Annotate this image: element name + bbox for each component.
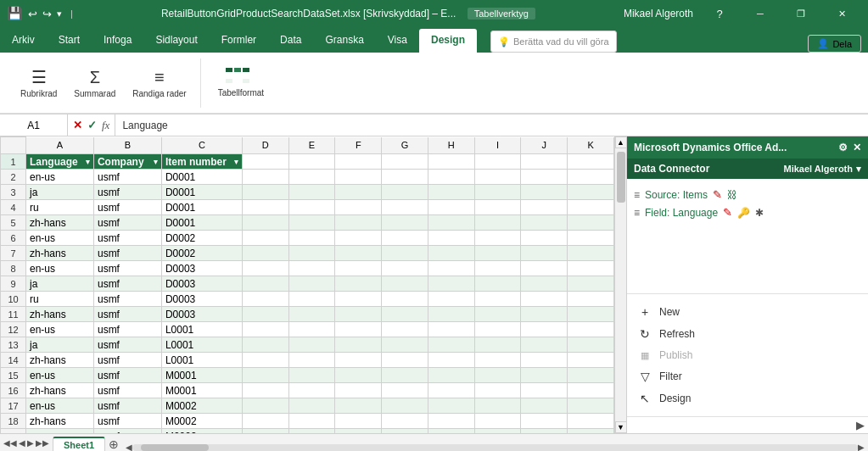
cell-c5[interactable]: D0001 bbox=[161, 215, 242, 231]
cell-b2[interactable]: usmf bbox=[93, 170, 161, 185]
cell-empty-18-7[interactable] bbox=[568, 414, 614, 429]
cell-empty-13-4[interactable] bbox=[428, 337, 474, 353]
restore-btn[interactable]: ❐ bbox=[781, 0, 820, 27]
tab-arkiv[interactable]: Arkiv bbox=[0, 29, 47, 53]
col-header-f[interactable]: F bbox=[335, 137, 382, 154]
scroll-down-arrow[interactable]: ▼ bbox=[615, 421, 627, 433]
cell-b5[interactable]: usmf bbox=[93, 215, 161, 231]
col-header-c[interactable]: C bbox=[161, 137, 242, 154]
cell-a11[interactable]: zh-hans bbox=[26, 307, 94, 322]
cell-empty-5-1[interactable] bbox=[288, 215, 335, 231]
action-filter[interactable]: ▽ Filter bbox=[634, 365, 861, 387]
panel-item-source[interactable]: ≡ Source: Items ✎ ⛓ bbox=[634, 186, 861, 203]
cell-empty-4-1[interactable] bbox=[288, 200, 335, 215]
banded-rows-btn[interactable]: ≡ Randiga rader bbox=[126, 58, 193, 108]
cell-empty-5-7[interactable] bbox=[568, 215, 614, 231]
cell-empty-8-5[interactable] bbox=[474, 261, 521, 276]
cell-empty-14-6[interactable] bbox=[521, 353, 568, 368]
cell-empty-10-6[interactable] bbox=[521, 292, 568, 307]
tab-sidlayout[interactable]: Sidlayout bbox=[143, 29, 209, 53]
cell-empty-10-1[interactable] bbox=[288, 292, 335, 307]
cell-empty-15-7[interactable] bbox=[568, 368, 614, 383]
cell-empty-15-1[interactable] bbox=[288, 368, 335, 383]
cell-empty-14-0[interactable] bbox=[242, 353, 288, 368]
cell-c9[interactable]: D0003 bbox=[161, 276, 242, 292]
cell-empty-3-3[interactable] bbox=[382, 185, 428, 200]
cell-c16[interactable]: M0001 bbox=[161, 383, 242, 398]
cell-b17[interactable]: usmf bbox=[93, 398, 161, 414]
cell-empty-12-0[interactable] bbox=[242, 322, 288, 337]
cell-empty-10-0[interactable] bbox=[242, 292, 288, 307]
cell-empty-9-7[interactable] bbox=[568, 276, 614, 292]
cell-a16[interactable]: zh-hans bbox=[26, 383, 94, 398]
cell-empty-2-3[interactable] bbox=[382, 170, 428, 185]
cell-a17[interactable]: en-us bbox=[26, 398, 94, 414]
cell-b8[interactable]: usmf bbox=[93, 261, 161, 276]
cell-c18[interactable]: M0002 bbox=[161, 414, 242, 429]
cell-empty-19-0[interactable] bbox=[242, 429, 288, 434]
cell-c13[interactable]: L0001 bbox=[161, 337, 242, 353]
scroll-thumb[interactable] bbox=[617, 152, 625, 203]
cell-b4[interactable]: usmf bbox=[93, 200, 161, 215]
cell-b15[interactable]: usmf bbox=[93, 368, 161, 383]
tab-scroll-right[interactable]: ▶▶ bbox=[36, 438, 49, 448]
cell-empty-6-1[interactable] bbox=[288, 231, 335, 246]
cell-empty-8-6[interactable] bbox=[521, 261, 568, 276]
cell-empty-2-5[interactable] bbox=[474, 170, 521, 185]
cell-empty-7-6[interactable] bbox=[521, 246, 568, 261]
source-link-icon[interactable]: ⛓ bbox=[727, 189, 737, 201]
cell-empty-3-4[interactable] bbox=[428, 185, 474, 200]
cell-empty-14-7[interactable] bbox=[568, 353, 614, 368]
cell-empty-19-3[interactable] bbox=[382, 429, 428, 434]
cell-c7[interactable]: D0002 bbox=[161, 246, 242, 261]
cell-empty-17-3[interactable] bbox=[382, 398, 428, 414]
add-sheet-btn[interactable]: ⊕ bbox=[105, 437, 122, 451]
cell-empty-13-1[interactable] bbox=[288, 337, 335, 353]
cell-empty-16-1[interactable] bbox=[288, 383, 335, 398]
cell-empty-3-5[interactable] bbox=[474, 185, 521, 200]
cell-empty-11-5[interactable] bbox=[474, 307, 521, 322]
cell-empty-6-0[interactable] bbox=[242, 231, 288, 246]
cell-c11[interactable]: D0003 bbox=[161, 307, 242, 322]
cell-empty-8-3[interactable] bbox=[382, 261, 428, 276]
spreadsheet-scroll[interactable]: A B C D E F G H I J K 1Language▾Company▾… bbox=[0, 136, 614, 433]
cell-empty-2-1[interactable] bbox=[288, 170, 335, 185]
tab-scroll-next[interactable]: ▶ bbox=[27, 438, 34, 448]
cell-empty-12-4[interactable] bbox=[428, 322, 474, 337]
cell-empty-18-0[interactable] bbox=[242, 414, 288, 429]
cell-b14[interactable]: usmf bbox=[93, 353, 161, 368]
cell-empty-13-6[interactable] bbox=[521, 337, 568, 353]
cell-a19[interactable]: en-us bbox=[26, 429, 94, 434]
cell-empty-5-4[interactable] bbox=[428, 215, 474, 231]
close-btn[interactable]: ✕ bbox=[822, 0, 861, 27]
cell-empty-18-4[interactable] bbox=[428, 414, 474, 429]
action-new[interactable]: + New bbox=[634, 301, 861, 323]
cell-empty-3-1[interactable] bbox=[288, 185, 335, 200]
cell-b11[interactable]: usmf bbox=[93, 307, 161, 322]
cell-empty-8-1[interactable] bbox=[288, 261, 335, 276]
h-scroll-left-btn[interactable]: ◀ bbox=[126, 443, 132, 451]
tab-data[interactable]: Data bbox=[268, 29, 313, 53]
tell-me-input[interactable]: 💡 Berätta vad du vill göra bbox=[490, 31, 617, 53]
cell-empty-18-6[interactable] bbox=[521, 414, 568, 429]
cell-empty-5-0[interactable] bbox=[242, 215, 288, 231]
cell-a6[interactable]: en-us bbox=[26, 231, 94, 246]
cell-empty-1-7[interactable] bbox=[568, 154, 614, 170]
cell-empty-2-0[interactable] bbox=[242, 170, 288, 185]
cell-empty-15-0[interactable] bbox=[242, 368, 288, 383]
cell-empty-11-6[interactable] bbox=[521, 307, 568, 322]
tab-scroll-left[interactable]: ◀◀ bbox=[3, 438, 17, 448]
cell-empty-13-3[interactable] bbox=[382, 337, 428, 353]
tab-visa[interactable]: Visa bbox=[376, 29, 419, 53]
cell-empty-13-0[interactable] bbox=[242, 337, 288, 353]
cell-a1[interactable]: Language▾ bbox=[26, 154, 94, 170]
cell-empty-15-6[interactable] bbox=[521, 368, 568, 383]
save-icon[interactable]: 💾 bbox=[7, 6, 23, 21]
action-design[interactable]: ↖ Design bbox=[634, 387, 861, 409]
cell-empty-17-4[interactable] bbox=[428, 398, 474, 414]
cell-empty-16-5[interactable] bbox=[474, 383, 521, 398]
cell-empty-13-2[interactable] bbox=[335, 337, 382, 353]
cell-empty-6-3[interactable] bbox=[382, 231, 428, 246]
cell-empty-16-7[interactable] bbox=[568, 383, 614, 398]
field-star-icon[interactable]: ✱ bbox=[755, 207, 764, 219]
